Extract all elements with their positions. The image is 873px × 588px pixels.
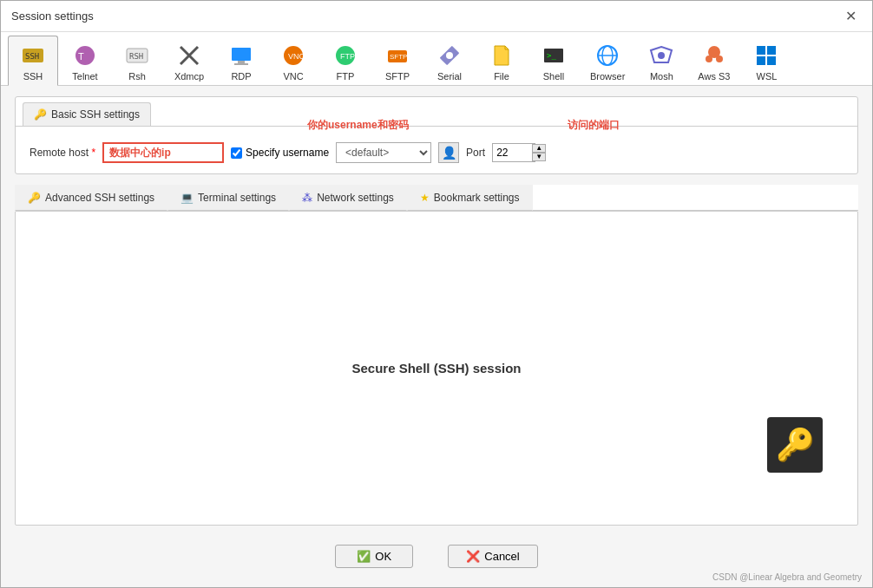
svg-text:T: T	[78, 51, 84, 62]
svg-text:VNC: VNC	[288, 52, 305, 61]
tab-bookmark[interactable]: ★ Bookmark settings	[407, 185, 533, 211]
terminal-label: Terminal settings	[198, 192, 276, 204]
proto-rsh-label: Rsh	[128, 71, 146, 82]
advanced-ssh-label: Advanced SSH settings	[45, 192, 154, 204]
browser-icon	[594, 42, 621, 69]
svg-point-18	[446, 52, 453, 59]
wsl-icon	[752, 42, 780, 69]
proto-mosh-label: Mosh	[650, 71, 673, 82]
watermark: CSDN @Linear Algebra and Geometry	[712, 572, 862, 582]
svg-point-26	[706, 56, 712, 62]
proto-sftp[interactable]: SFTP SFTP	[372, 36, 423, 85]
basic-ssh-tab-label: Basic SSH settings	[51, 108, 140, 121]
proto-shell[interactable]: >_ Shell	[528, 36, 579, 85]
xdmcp-icon	[175, 42, 203, 69]
session-description: Secure Shell (SSH) session	[351, 361, 521, 376]
key-icon-box: 🔑	[767, 417, 823, 473]
basic-ssh-panel: 🔑 Basic SSH settings 你的username和密码 访问的端口	[15, 96, 858, 174]
proto-ftp-label: FTP	[337, 71, 355, 82]
proto-rsh[interactable]: RSH Rsh	[112, 36, 162, 85]
remote-host-label: Remote host	[30, 147, 95, 159]
svg-text:RSH: RSH	[129, 52, 143, 61]
proto-wsl-label: WSL	[757, 71, 778, 82]
specify-username-label: Specify username	[246, 147, 329, 159]
rdp-icon	[227, 42, 255, 69]
port-field: ▲ ▼	[492, 143, 546, 162]
proto-browser-label: Browser	[590, 71, 625, 82]
svg-rect-8	[232, 48, 251, 61]
proto-ssh[interactable]: SSH SSH	[8, 36, 58, 86]
svg-text:FTP: FTP	[340, 52, 355, 61]
proto-serial[interactable]: Serial	[424, 36, 475, 85]
shell-icon: >_	[540, 42, 568, 69]
proto-ftp[interactable]: FTP FTP	[320, 36, 371, 85]
tab-terminal[interactable]: 💻 Terminal settings	[167, 185, 289, 211]
username-select[interactable]: <default>	[336, 142, 431, 163]
advanced-section: 🔑 Advanced SSH settings 💻 Terminal setti…	[15, 185, 858, 526]
tab-network[interactable]: ⁂ Network settings	[289, 185, 407, 211]
proto-awss3[interactable]: Aws S3	[688, 36, 739, 85]
ok-icon: ✅	[357, 550, 371, 563]
svg-rect-30	[757, 56, 765, 65]
proto-awss3-label: Aws S3	[698, 71, 730, 82]
network-icon: ⁂	[302, 192, 312, 204]
proto-rdp[interactable]: RDP	[216, 36, 266, 85]
basic-ssh-panel-body: 你的username和密码 访问的端口 Remote host Specify …	[16, 126, 857, 173]
proto-xdmcp-label: Xdmcp	[174, 71, 204, 82]
ok-button[interactable]: ✅ OK	[335, 545, 413, 568]
key-icon: 🔑	[776, 427, 815, 463]
advanced-tab-bar: 🔑 Advanced SSH settings 💻 Terminal setti…	[15, 185, 858, 211]
specify-username-check[interactable]: Specify username	[231, 147, 329, 159]
ssh-icon: SSH	[19, 42, 47, 69]
port-label: Port	[466, 147, 485, 159]
sftp-icon: SFTP	[384, 42, 411, 69]
proto-mosh[interactable]: Mosh	[636, 36, 686, 85]
awss3-icon	[700, 42, 728, 69]
port-spinner: ▲ ▼	[532, 144, 546, 161]
annotation-port: 访问的端口	[568, 118, 620, 133]
network-label: Network settings	[317, 192, 394, 204]
proto-browser[interactable]: Browser	[581, 36, 634, 85]
mosh-icon	[647, 42, 675, 69]
session-settings-window: Session settings ✕ SSH SSH T Telnet	[0, 0, 873, 588]
svg-text:SSH: SSH	[25, 52, 39, 61]
user-icon-button[interactable]: 👤	[438, 142, 459, 163]
cancel-label: Cancel	[484, 550, 519, 563]
svg-text:SFTP: SFTP	[390, 53, 407, 61]
proto-telnet[interactable]: T Telnet	[60, 36, 110, 85]
proto-xdmcp[interactable]: Xdmcp	[164, 36, 214, 85]
port-down-button[interactable]: ▼	[532, 153, 546, 161]
svg-text:>_: >_	[547, 51, 556, 60]
port-up-button[interactable]: ▲	[532, 144, 546, 153]
proto-vnc[interactable]: VNC VNC	[268, 36, 318, 85]
specify-username-checkbox[interactable]	[231, 147, 242, 159]
close-button[interactable]: ✕	[840, 6, 862, 26]
svg-rect-28	[757, 46, 765, 55]
proto-rdp-label: RDP	[231, 71, 251, 82]
main-content: 🔑 Basic SSH settings 你的username和密码 访问的端口	[1, 86, 872, 587]
proto-file[interactable]: File	[476, 36, 527, 85]
svg-rect-10	[234, 63, 248, 65]
tab-advanced-ssh[interactable]: 🔑 Advanced SSH settings	[15, 185, 167, 211]
terminal-icon: 💻	[181, 192, 194, 204]
window-title: Session settings	[11, 10, 94, 23]
cancel-button[interactable]: ❌ Cancel	[448, 545, 537, 568]
proto-shell-label: Shell	[543, 71, 564, 82]
cancel-icon: ❌	[466, 550, 480, 563]
svg-point-24	[658, 52, 665, 59]
advanced-ssh-icon: 🔑	[28, 192, 41, 204]
port-input[interactable]	[492, 143, 535, 162]
svg-rect-31	[767, 56, 776, 65]
title-bar: Session settings ✕	[1, 1, 872, 32]
rsh-icon: RSH	[123, 42, 151, 69]
file-icon	[488, 42, 515, 69]
bookmark-label: Bookmark settings	[434, 192, 520, 204]
info-panel: Secure Shell (SSH) session 🔑	[15, 211, 858, 526]
proto-serial-label: Serial	[437, 71, 462, 82]
proto-ssh-label: SSH	[23, 71, 43, 82]
remote-host-input[interactable]	[102, 142, 224, 163]
ftp-icon: FTP	[331, 42, 359, 69]
serial-icon	[436, 42, 463, 69]
basic-ssh-tab[interactable]: 🔑 Basic SSH settings	[23, 102, 151, 126]
proto-wsl[interactable]: WSL	[741, 36, 791, 85]
